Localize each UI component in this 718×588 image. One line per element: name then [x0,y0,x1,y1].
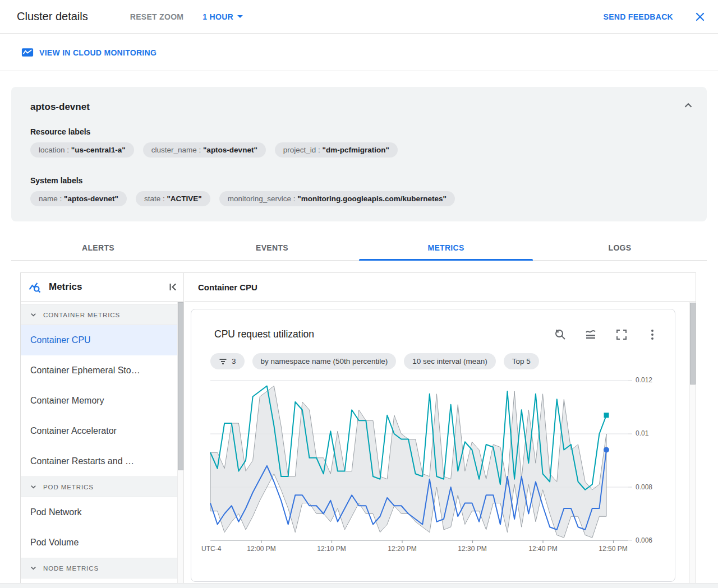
label-value: "aptos-devnet" [203,146,257,154]
tab-metrics[interactable]: METRICS [359,235,533,260]
chart-card: CPU request utilization [191,309,675,582]
close-button[interactable] [694,11,706,23]
resource-label-chip: project_id : "dm-pcfmigration" [275,142,398,158]
tab-label: EVENTS [256,243,288,252]
system-label-chip: monitoring_service : "monitoring.googlea… [219,191,455,206]
send-feedback-button[interactable]: SEND FEEDBACK [604,12,673,21]
label-separator: : [197,146,203,154]
monitoring-chart-icon [21,48,34,57]
section-label: NODE METRICS [43,565,99,572]
collapse-panel-icon [168,281,179,293]
chevron-down-icon [237,15,243,18]
cpu-utilization-chart[interactable] [191,309,676,559]
tab-logs[interactable]: LOGS [533,235,707,260]
active-tab-underline [359,259,533,261]
timezone-label: UTC-4 [201,545,241,553]
x-axis-tick: 12:10 PM [312,545,351,553]
label-value: "dm-pcfmigration" [323,146,389,154]
x-axis-tick: 12:40 PM [523,545,563,553]
chart-pane: Container CPU CPU request utilization [185,273,696,583]
label-value: "aptos-devnet" [64,195,118,203]
system-labels-row: name : "aptos-devnet" state : "ACTIVE" m… [30,191,455,206]
label-key: monitoring_service [228,195,291,203]
chart-pane-scrollbar-thumb[interactable] [690,303,696,385]
y-axis-tick: 0.006 [636,536,669,544]
sidebar-title: Metrics [49,281,82,293]
chevron-down-icon [29,564,38,572]
reset-zoom-button[interactable]: RESET ZOOM [130,12,184,21]
resource-labels-title: Resource labels [30,127,90,136]
x-axis-tick: 12:50 PM [593,545,633,553]
tab-alerts[interactable]: ALERTS [11,235,185,260]
tab-label: LOGS [609,243,632,252]
tab-bar: ALERTS EVENTS METRICS LOGS [11,235,707,261]
section-label: CONTAINER METRICS [43,312,120,318]
label-separator: : [65,146,71,154]
label-key: state [144,195,160,203]
sidebar-scrollbar-thumb[interactable] [178,302,183,470]
section-label: POD METRICS [43,484,94,490]
x-axis-tick: 12:20 PM [383,545,422,553]
chart-pane-title: Container CPU [198,283,257,292]
bottom-strip [0,583,718,588]
sidebar-header: Metrics [21,273,183,302]
system-labels-title: System labels [30,176,82,185]
close-icon [694,11,706,22]
label-key: name [39,195,58,203]
label-value: "us-central1-a" [71,146,126,154]
metrics-sidebar: Metrics CONTAINER METRICS Container CPU … [21,273,184,583]
y-axis-tick: 0.012 [636,376,669,384]
section-node-metrics[interactable]: NODE METRICS [21,558,183,578]
chevron-down-icon [29,483,38,491]
y-axis-tick: 0.008 [636,483,669,491]
tab-events[interactable]: EVENTS [185,235,359,260]
x-axis-tick: 12:00 PM [242,545,281,553]
label-separator: : [160,195,167,203]
sidebar-item-container-ephemeral-storage[interactable]: Container Ephemeral Sto… [21,355,177,386]
sidebar-item-pod-volume[interactable]: Pod Volume [21,527,177,558]
section-container-metrics[interactable]: CONTAINER METRICS [21,304,183,325]
section-pod-metrics[interactable]: POD METRICS [21,476,183,497]
resource-labels-row: location : "us-central1-a" cluster_name … [30,142,398,158]
system-label-chip: name : "aptos-devnet" [30,191,127,206]
monitoring-bar: VIEW IN CLOUD MONITORING [0,34,718,71]
resource-label-chip: cluster_name : "aptos-devnet" [143,142,266,158]
tab-label: METRICS [427,243,464,252]
x-axis-tick: 12:30 PM [453,545,492,553]
label-key: location [39,146,65,154]
time-range-dropdown[interactable]: 1 HOUR [202,12,243,21]
view-in-cloud-monitoring-link[interactable]: VIEW IN CLOUD MONITORING [21,48,157,57]
metrics-icon [28,281,42,293]
time-range-value: 1 HOUR [202,12,233,21]
label-separator: : [291,195,297,203]
label-separator: : [58,195,64,203]
sidebar-item-container-memory[interactable]: Container Memory [21,386,177,416]
system-label-chip: state : "ACTIVE" [136,191,210,206]
collapse-sidebar-button[interactable] [168,281,179,293]
label-key: cluster_name [151,146,197,154]
cluster-summary-panel: aptos-devnet Resource labels location : … [11,87,707,221]
dialog-header: Cluster details RESET ZOOM 1 HOUR SEND F… [0,0,718,34]
label-separator: : [316,146,322,154]
label-value: "monitoring.googleapis.com/kubernetes" [297,195,447,203]
chevron-up-icon [682,99,694,112]
sidebar-item-pod-network[interactable]: Pod Network [21,497,177,527]
sidebar-item-container-accelerator[interactable]: Container Accelerator [21,416,177,446]
page-title: Cluster details [17,10,88,23]
y-axis-tick: 0.01 [636,429,669,437]
chevron-down-icon [29,311,38,319]
label-value: "ACTIVE" [167,195,201,203]
chart-pane-header: Container CPU [185,273,696,302]
label-key: project_id [283,146,316,154]
sidebar-item-container-restarts[interactable]: Container Restarts and … [21,446,177,476]
cluster-name: aptos-devnet [30,101,90,113]
tab-label: ALERTS [82,243,114,252]
metrics-list: CONTAINER METRICS Container CPU Containe… [21,302,183,583]
panel-collapse-button[interactable] [682,99,694,112]
metrics-content: Metrics CONTAINER METRICS Container CPU … [20,272,696,583]
resource-label-chip: location : "us-central1-a" [30,142,134,158]
monitoring-link-label: VIEW IN CLOUD MONITORING [39,48,157,57]
sidebar-item-container-cpu[interactable]: Container CPU [21,325,177,355]
